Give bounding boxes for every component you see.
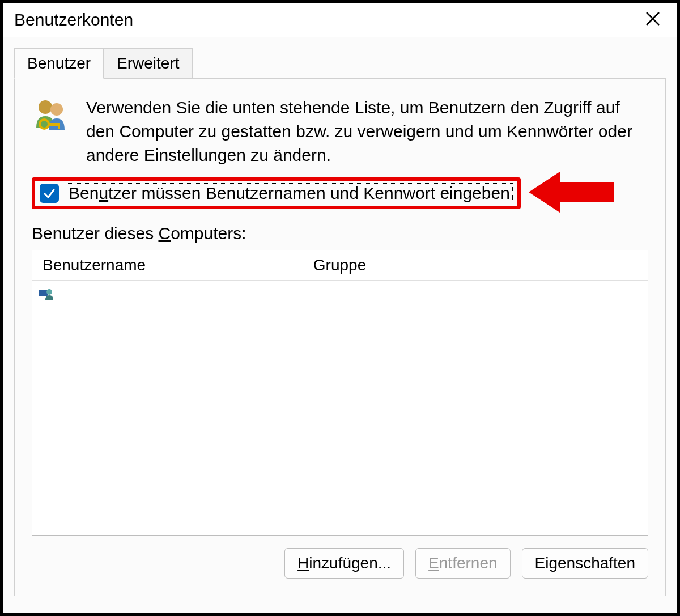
tab-area: Benutzer Erweitert Verwenden Sie die — [3, 37, 677, 613]
svg-rect-6 — [58, 123, 60, 129]
info-row: Verwenden Sie die unten stehende Liste, … — [32, 96, 648, 167]
column-header-username[interactable]: Benutzername — [32, 250, 303, 280]
svg-rect-8 — [39, 290, 48, 296]
titlebar: Benutzerkonten — [3, 3, 677, 37]
user-accounts-window: Benutzerkonten Benutzer Erweitert — [0, 0, 680, 616]
info-text: Verwenden Sie die unten stehende Liste, … — [86, 96, 648, 167]
close-button[interactable] — [640, 9, 666, 31]
users-key-icon — [32, 96, 73, 137]
properties-button[interactable]: Eigenschaften — [522, 548, 648, 579]
tab-strip: Benutzer Erweitert — [14, 48, 666, 79]
svg-marker-7 — [529, 172, 614, 213]
svg-point-9 — [46, 289, 52, 295]
column-header-group[interactable]: Gruppe — [303, 250, 648, 280]
annotation-arrow-icon — [529, 169, 614, 217]
user-listbox[interactable]: Benutzername Gruppe — [32, 250, 648, 536]
button-row: Hinzufügen... Entfernen Eigenschaften — [32, 548, 648, 579]
list-body — [32, 281, 648, 535]
close-icon — [645, 11, 660, 26]
tab-panel-users: Verwenden Sie die unten stehende Liste, … — [14, 78, 666, 596]
remove-button[interactable]: Entfernen — [415, 548, 510, 579]
window-title: Benutzerkonten — [14, 10, 133, 29]
annotation-highlight-box: Benutzer müssen Benutzernamen und Kennwo… — [32, 177, 521, 209]
tab-advanced[interactable]: Erweitert — [104, 48, 192, 79]
add-button[interactable]: Hinzufügen... — [284, 548, 404, 579]
users-must-enter-credentials-checkbox[interactable] — [40, 184, 59, 203]
list-item[interactable] — [38, 284, 642, 302]
svg-point-3 — [50, 103, 63, 116]
list-header: Benutzername Gruppe — [32, 250, 648, 281]
user-list-label: Benutzer dieses Computers: — [32, 224, 648, 243]
user-row-icon — [38, 285, 54, 301]
checkmark-icon — [43, 187, 56, 199]
svg-point-2 — [39, 100, 52, 114]
users-must-enter-credentials-label[interactable]: Benutzer müssen Benutzernamen und Kennwo… — [66, 183, 513, 203]
tab-users[interactable]: Benutzer — [14, 48, 104, 79]
